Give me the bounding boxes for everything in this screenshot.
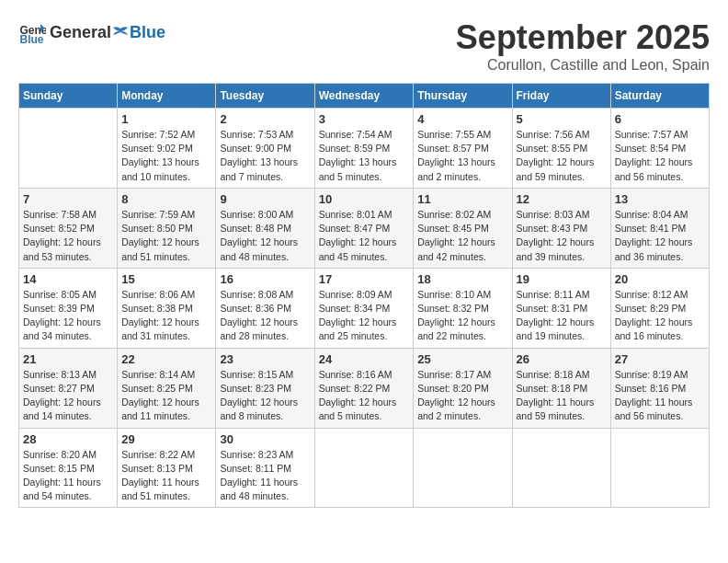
calendar-day-cell: 8Sunrise: 7:59 AM Sunset: 8:50 PM Daylig… bbox=[118, 188, 216, 268]
day-number: 24 bbox=[319, 352, 410, 366]
day-number: 4 bbox=[417, 112, 507, 126]
calendar-day-cell: 19Sunrise: 8:11 AM Sunset: 8:31 PM Dayli… bbox=[512, 268, 610, 348]
day-number: 17 bbox=[319, 272, 410, 286]
day-info: Sunrise: 8:11 AM Sunset: 8:31 PM Dayligh… bbox=[517, 288, 607, 344]
calendar-day-cell: 5Sunrise: 7:56 AM Sunset: 8:55 PM Daylig… bbox=[512, 109, 610, 189]
day-number: 29 bbox=[121, 432, 211, 446]
day-info: Sunrise: 8:01 AM Sunset: 8:47 PM Dayligh… bbox=[319, 208, 410, 264]
day-info: Sunrise: 7:54 AM Sunset: 8:59 PM Dayligh… bbox=[319, 128, 410, 184]
day-info: Sunrise: 8:17 AM Sunset: 8:20 PM Dayligh… bbox=[417, 368, 507, 424]
calendar-day-cell: 6Sunrise: 7:57 AM Sunset: 8:54 PM Daylig… bbox=[610, 109, 709, 189]
calendar-week-row: 1Sunrise: 7:52 AM Sunset: 9:02 PM Daylig… bbox=[19, 109, 710, 189]
logo: General Blue General Blue bbox=[18, 18, 165, 46]
day-info: Sunrise: 7:56 AM Sunset: 8:55 PM Dayligh… bbox=[517, 128, 607, 184]
weekday-header-cell: Tuesday bbox=[216, 84, 314, 109]
calendar-day-cell bbox=[19, 109, 118, 189]
day-number: 22 bbox=[121, 352, 211, 366]
day-info: Sunrise: 8:19 AM Sunset: 8:16 PM Dayligh… bbox=[615, 368, 705, 424]
calendar-week-row: 14Sunrise: 8:05 AM Sunset: 8:39 PM Dayli… bbox=[19, 268, 710, 348]
calendar-day-cell: 12Sunrise: 8:03 AM Sunset: 8:43 PM Dayli… bbox=[512, 188, 610, 268]
logo-icon: General Blue bbox=[18, 18, 46, 46]
day-info: Sunrise: 8:00 AM Sunset: 8:48 PM Dayligh… bbox=[220, 208, 310, 264]
day-number: 23 bbox=[220, 352, 310, 366]
calendar-day-cell: 22Sunrise: 8:14 AM Sunset: 8:25 PM Dayli… bbox=[118, 348, 216, 428]
day-info: Sunrise: 8:15 AM Sunset: 8:23 PM Dayligh… bbox=[220, 368, 310, 424]
day-info: Sunrise: 8:20 AM Sunset: 8:15 PM Dayligh… bbox=[23, 448, 113, 504]
logo-bird-icon bbox=[112, 24, 129, 40]
day-number: 15 bbox=[121, 272, 211, 286]
day-number: 12 bbox=[517, 192, 607, 206]
calendar-day-cell: 21Sunrise: 8:13 AM Sunset: 8:27 PM Dayli… bbox=[19, 348, 118, 428]
calendar-day-cell: 15Sunrise: 8:06 AM Sunset: 8:38 PM Dayli… bbox=[118, 268, 216, 348]
day-number: 13 bbox=[615, 192, 705, 206]
header: General Blue General Blue September 2025… bbox=[18, 18, 710, 74]
calendar-day-cell bbox=[314, 428, 414, 508]
day-info: Sunrise: 8:09 AM Sunset: 8:34 PM Dayligh… bbox=[319, 288, 410, 344]
calendar-day-cell: 14Sunrise: 8:05 AM Sunset: 8:39 PM Dayli… bbox=[19, 268, 118, 348]
calendar-day-cell: 16Sunrise: 8:08 AM Sunset: 8:36 PM Dayli… bbox=[216, 268, 314, 348]
calendar-day-cell: 9Sunrise: 8:00 AM Sunset: 8:48 PM Daylig… bbox=[216, 188, 314, 268]
day-info: Sunrise: 7:57 AM Sunset: 8:54 PM Dayligh… bbox=[615, 128, 705, 184]
day-info: Sunrise: 8:14 AM Sunset: 8:25 PM Dayligh… bbox=[121, 368, 211, 424]
calendar-day-cell: 18Sunrise: 8:10 AM Sunset: 8:32 PM Dayli… bbox=[414, 268, 512, 348]
day-info: Sunrise: 8:18 AM Sunset: 8:18 PM Dayligh… bbox=[517, 368, 607, 424]
calendar-table: SundayMondayTuesdayWednesdayThursdayFrid… bbox=[18, 83, 710, 508]
day-number: 25 bbox=[417, 352, 507, 366]
day-number: 9 bbox=[220, 192, 310, 206]
calendar-header-row: SundayMondayTuesdayWednesdayThursdayFrid… bbox=[19, 84, 710, 109]
day-number: 8 bbox=[121, 192, 211, 206]
day-number: 26 bbox=[517, 352, 607, 366]
calendar-day-cell: 24Sunrise: 8:16 AM Sunset: 8:22 PM Dayli… bbox=[314, 348, 414, 428]
weekday-header-cell: Monday bbox=[118, 84, 216, 109]
day-number: 3 bbox=[319, 112, 410, 126]
calendar-body: 1Sunrise: 7:52 AM Sunset: 9:02 PM Daylig… bbox=[19, 109, 710, 508]
day-info: Sunrise: 8:08 AM Sunset: 8:36 PM Dayligh… bbox=[220, 288, 310, 344]
day-number: 7 bbox=[23, 192, 113, 206]
day-info: Sunrise: 8:12 AM Sunset: 8:29 PM Dayligh… bbox=[615, 288, 705, 344]
weekday-header-cell: Sunday bbox=[19, 84, 118, 109]
day-number: 5 bbox=[517, 112, 607, 126]
weekday-header-cell: Wednesday bbox=[314, 84, 414, 109]
weekday-header-cell: Thursday bbox=[414, 84, 512, 109]
calendar-day-cell: 11Sunrise: 8:02 AM Sunset: 8:45 PM Dayli… bbox=[414, 188, 512, 268]
svg-text:Blue: Blue bbox=[20, 33, 44, 46]
day-number: 18 bbox=[417, 272, 507, 286]
day-info: Sunrise: 8:03 AM Sunset: 8:43 PM Dayligh… bbox=[517, 208, 607, 264]
title-area: September 2025 Corullon, Castille and Le… bbox=[456, 18, 710, 74]
day-info: Sunrise: 8:10 AM Sunset: 8:32 PM Dayligh… bbox=[417, 288, 507, 344]
day-number: 2 bbox=[220, 112, 310, 126]
day-number: 21 bbox=[23, 352, 113, 366]
calendar-week-row: 7Sunrise: 7:58 AM Sunset: 8:52 PM Daylig… bbox=[19, 188, 710, 268]
calendar-day-cell: 2Sunrise: 7:53 AM Sunset: 9:00 PM Daylig… bbox=[216, 109, 314, 189]
weekday-header-cell: Saturday bbox=[610, 84, 709, 109]
day-info: Sunrise: 8:04 AM Sunset: 8:41 PM Dayligh… bbox=[615, 208, 705, 264]
logo-blue-text: Blue bbox=[130, 23, 165, 42]
day-number: 20 bbox=[615, 272, 705, 286]
calendar-day-cell: 26Sunrise: 8:18 AM Sunset: 8:18 PM Dayli… bbox=[512, 348, 610, 428]
day-number: 1 bbox=[121, 112, 211, 126]
calendar-day-cell: 25Sunrise: 8:17 AM Sunset: 8:20 PM Dayli… bbox=[414, 348, 512, 428]
calendar-day-cell: 17Sunrise: 8:09 AM Sunset: 8:34 PM Dayli… bbox=[314, 268, 414, 348]
day-info: Sunrise: 7:53 AM Sunset: 9:00 PM Dayligh… bbox=[220, 128, 310, 184]
day-info: Sunrise: 8:02 AM Sunset: 8:45 PM Dayligh… bbox=[417, 208, 507, 264]
calendar-day-cell: 23Sunrise: 8:15 AM Sunset: 8:23 PM Dayli… bbox=[216, 348, 314, 428]
calendar-day-cell: 4Sunrise: 7:55 AM Sunset: 8:57 PM Daylig… bbox=[414, 109, 512, 189]
calendar-day-cell bbox=[610, 428, 709, 508]
day-number: 10 bbox=[319, 192, 410, 206]
weekday-header-cell: Friday bbox=[512, 84, 610, 109]
calendar-week-row: 21Sunrise: 8:13 AM Sunset: 8:27 PM Dayli… bbox=[19, 348, 710, 428]
day-number: 11 bbox=[417, 192, 507, 206]
day-number: 19 bbox=[517, 272, 607, 286]
calendar-day-cell: 3Sunrise: 7:54 AM Sunset: 8:59 PM Daylig… bbox=[314, 109, 414, 189]
calendar-day-cell bbox=[414, 428, 512, 508]
month-title: September 2025 bbox=[456, 18, 710, 57]
day-number: 28 bbox=[23, 432, 113, 446]
calendar-day-cell: 13Sunrise: 8:04 AM Sunset: 8:41 PM Dayli… bbox=[610, 188, 709, 268]
calendar-day-cell: 30Sunrise: 8:23 AM Sunset: 8:11 PM Dayli… bbox=[216, 428, 314, 508]
calendar-day-cell bbox=[512, 428, 610, 508]
day-info: Sunrise: 7:59 AM Sunset: 8:50 PM Dayligh… bbox=[121, 208, 211, 264]
calendar-day-cell: 10Sunrise: 8:01 AM Sunset: 8:47 PM Dayli… bbox=[314, 188, 414, 268]
day-info: Sunrise: 7:52 AM Sunset: 9:02 PM Dayligh… bbox=[121, 128, 211, 184]
calendar-day-cell: 27Sunrise: 8:19 AM Sunset: 8:16 PM Dayli… bbox=[610, 348, 709, 428]
location-title: Corullon, Castille and Leon, Spain bbox=[456, 57, 710, 74]
